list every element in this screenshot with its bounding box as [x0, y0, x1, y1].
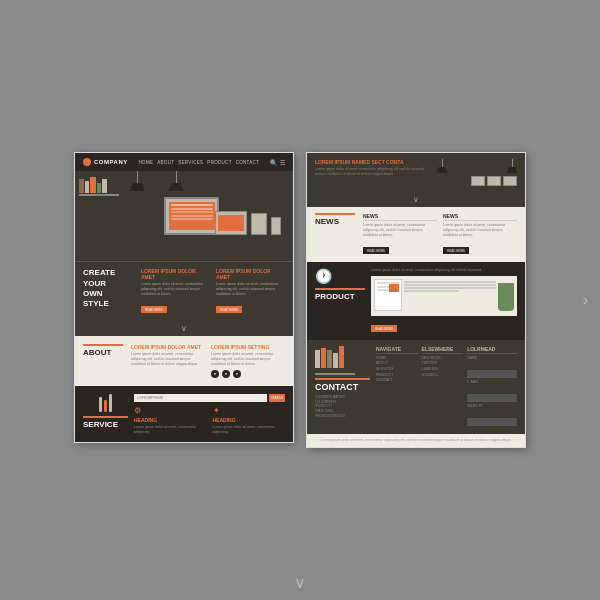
right-lamp [437, 159, 447, 173]
outer-chevron-down[interactable]: ∨ [294, 573, 306, 592]
product-text-lines [404, 279, 496, 292]
nav-logo: COMPANY [83, 158, 128, 166]
lamp-left [130, 171, 144, 191]
service-col-1: ⚙ HEADING Lorem ipsum dolor sit amet, co… [134, 406, 207, 435]
menu-icon[interactable]: ☰ [280, 159, 285, 166]
hero-text-section: CREATE YOUR OWN STYLE LOREM IPSUM DOLOR … [75, 261, 293, 321]
service-search: SEARCH [134, 394, 285, 402]
brushes-icon [99, 394, 112, 412]
news-section: NEWS NEWS Lorem ipsum dolor sit amet, co… [307, 207, 525, 262]
product-paper [374, 279, 402, 311]
product-read-btn[interactable]: READ MORE [371, 325, 397, 332]
logo-circle-icon [83, 158, 91, 166]
about-icon-3: ● [233, 370, 241, 378]
service-content: SEARCH ⚙ HEADING Lorem ipsum dolor sit a… [134, 394, 285, 435]
hero-col-2: LOREM IPSUM DOLOR AMET Lorem ipsum dolor… [216, 268, 285, 315]
service-search-button[interactable]: SEARCH [269, 394, 285, 402]
contact-address: CONCRETE MATTER 123 LOREM ST IPSUM CITY … [315, 395, 370, 419]
about-icons: ● ● ● [211, 370, 285, 378]
contact-name-input[interactable] [467, 370, 517, 378]
tablet [251, 213, 267, 235]
search-icon[interactable]: 🔍 [270, 159, 277, 166]
page-left: COMPANY HOME ABOUT SERVICES PRODUCT CONT… [74, 152, 294, 443]
nav-about[interactable]: ABOUT [157, 160, 174, 165]
wall-frame-3 [503, 176, 517, 186]
service-search-input[interactable] [134, 394, 267, 402]
contact-email-input[interactable] [467, 394, 517, 402]
news-label-area: NEWS [315, 213, 355, 256]
contact-form-col: LOLRMEAD NAME E-MAIL WEBSITE [467, 346, 517, 428]
right-top-section: LOREM IPSUM NAMED SECT CONTA Lorem ipsum… [307, 153, 525, 192]
service-icon-2: ✦ [213, 406, 286, 415]
phone [271, 217, 281, 235]
product-image [371, 276, 517, 316]
contact-bookshelf [315, 346, 370, 368]
wall-frame-1 [471, 176, 485, 186]
nav-home[interactable]: HOME [139, 160, 154, 165]
hero-read-more-2[interactable]: READ MORE [216, 306, 242, 313]
logo-text: COMPANY [94, 159, 128, 165]
service-cols: ⚙ HEADING Lorem ipsum dolor sit amet, co… [134, 406, 285, 435]
service-col-2: ✦ HEADING Lorem ipsum dolor sit amet, co… [213, 406, 286, 435]
about-label: ABOUT [83, 344, 123, 378]
product-plant [498, 283, 514, 311]
contact-nav-col: NAVIGATE HOME ABOUT SERVICES PRODUCT CON… [376, 346, 418, 428]
outer-chevron-right[interactable]: › [583, 291, 588, 309]
nav-icon-area: 🔍 ☰ [270, 159, 285, 166]
news-read-more-2[interactable]: READ MORE [443, 247, 469, 254]
service-icon-1: ⚙ [134, 406, 207, 415]
about-content: LOREM IPSUM DOLOR AMET Lorem ipsum dolor… [131, 344, 285, 378]
section-divider-chevron-2: ∨ [307, 192, 525, 207]
footer-section: Lorem ipsum dolor sit amet, consectetur … [307, 434, 525, 447]
about-section: ABOUT LOREM IPSUM DOLOR AMET Lorem ipsum… [75, 336, 293, 386]
service-label-area: SERVICE [83, 416, 128, 429]
contact-website-input[interactable] [467, 418, 517, 426]
lamp-right [169, 171, 183, 191]
contact-shelf-line [315, 373, 355, 375]
about-icon-2: ● [222, 370, 230, 378]
news-col-1: NEWS Lorem ipsum dolor sit amet, consect… [363, 213, 437, 256]
product-label-area: 🕐 PRODUCT [315, 268, 365, 334]
product-content: Lorem ipsum dolor sit amet, consectetur … [371, 268, 517, 334]
nav-services[interactable]: SERVICES [178, 160, 203, 165]
news-col-2: NEWS Lorem ipsum dolor sit amet, consect… [443, 213, 517, 256]
hero-read-more-1[interactable]: READ MORE [141, 306, 167, 313]
section-divider-chevron-1: ∨ [75, 321, 293, 336]
nav-product[interactable]: PRODUCT [207, 160, 231, 165]
hero-section [75, 171, 293, 261]
right-top-decor [437, 159, 517, 186]
about-col-1: LOREM IPSUM DOLOR AMET Lorem ipsum dolor… [131, 344, 205, 378]
desktop-monitor [164, 197, 219, 235]
contact-elsewhere-col: ELSEWHERE FACEBOOK TWITTER LINKEDIN GOOG… [422, 346, 464, 428]
about-col-2: LOREM IPSUM SETTING Lorem ipsum dolor si… [211, 344, 285, 378]
hero-title: CREATE YOUR OWN STYLE [83, 268, 133, 315]
nav-bar: COMPANY HOME ABOUT SERVICES PRODUCT CONT… [75, 153, 293, 171]
service-section: SERVICE SEARCH ⚙ HEADING Lorem ipsum dol… [75, 386, 293, 443]
service-left: SERVICE [83, 394, 128, 435]
hero-col-1: LOREM IPSUM DOLOR AMET Lorem ipsum dolor… [141, 268, 210, 315]
about-icon-1: ● [211, 370, 219, 378]
hero-desc-cols: LOREM IPSUM DOLOR AMET Lorem ipsum dolor… [141, 268, 285, 315]
right-top-text-area: LOREM IPSUM NAMED SECT CONTA Lorem ipsum… [315, 159, 431, 186]
laptop [215, 211, 247, 235]
nav-links: HOME ABOUT SERVICES PRODUCT CONTACT [139, 160, 260, 165]
contact-right: NAVIGATE HOME ABOUT SERVICES PRODUCT CON… [376, 346, 517, 428]
right-lamp-2 [507, 159, 517, 173]
product-section: 🕐 PRODUCT Lorem ipsum dolor sit amet, co… [307, 262, 525, 340]
contact-left: CONTACT CONCRETE MATTER 123 LOREM ST IPS… [315, 346, 370, 428]
wall-frame-2 [487, 176, 501, 186]
contact-section: CONTACT CONCRETE MATTER 123 LOREM ST IPS… [307, 340, 525, 434]
clock-icon: 🕐 [315, 268, 365, 284]
nav-contact[interactable]: CONTACT [236, 160, 260, 165]
news-content: NEWS Lorem ipsum dolor sit amet, consect… [363, 213, 517, 256]
page-right: LOREM IPSUM NAMED SECT CONTA Lorem ipsum… [306, 152, 526, 447]
news-read-more-1[interactable]: READ MORE [363, 247, 389, 254]
